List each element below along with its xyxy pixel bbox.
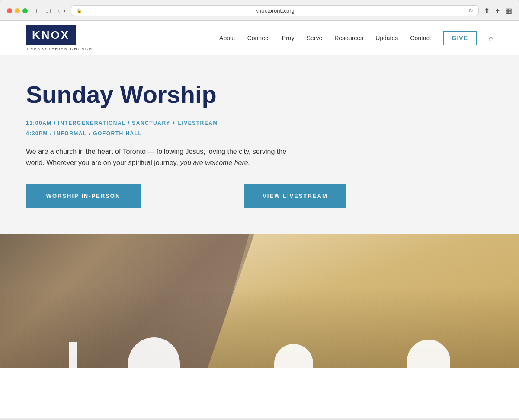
address-bar[interactable]: 🔒 knoxtoronto.org ↻	[71, 5, 479, 16]
nav-about[interactable]: About	[219, 35, 235, 41]
nav-resources[interactable]: Resources	[334, 35, 363, 41]
site-header: KNOX PRESBYTERIAN CHURCH About Connect P…	[0, 21, 519, 55]
bottom-icons	[0, 337, 519, 368]
logo[interactable]: KNOX PRESBYTERIAN CHURCH	[26, 25, 93, 51]
hero-description: We are a church in the heart of Toronto …	[26, 146, 311, 169]
service-time-2: 4:30PM / INFORMAL / GOFORTH HALL	[26, 130, 493, 137]
service-time-1: 11:00AM / INTERGENERATIONAL / SANCTUARY …	[26, 120, 493, 126]
nav-updates[interactable]: Updates	[375, 35, 398, 41]
search-icon[interactable]: ⌕	[489, 34, 493, 42]
nav-serve[interactable]: Serve	[307, 35, 323, 41]
logo-text: KNOX	[32, 29, 70, 42]
hero-desc-italic: you are welcome here.	[180, 159, 250, 166]
traffic-lights	[7, 8, 28, 13]
browser-actions: ⬆ + ▦	[484, 6, 512, 15]
site-nav: About Connect Pray Serve Resources Updat…	[219, 31, 493, 45]
website: KNOX PRESBYTERIAN CHURCH About Connect P…	[0, 21, 519, 418]
forward-button[interactable]: ›	[63, 7, 65, 15]
back-button[interactable]: ‹	[58, 7, 60, 15]
url-text: knoxtoronto.org	[84, 7, 466, 14]
hero-section: Sunday Worship 11:00AM / INTERGENERATION…	[0, 55, 519, 234]
minimize-button[interactable]	[15, 8, 20, 13]
nav-contact[interactable]: Contact	[410, 35, 431, 41]
church-image	[0, 234, 519, 368]
close-button[interactable]	[7, 8, 12, 13]
nav-arrows: ‹ ›	[58, 7, 66, 15]
church-bg	[0, 234, 519, 368]
worship-in-person-button[interactable]: WORSHIP IN-PERSON	[26, 184, 141, 208]
lock-icon: 🔒	[77, 8, 82, 13]
icon-church	[407, 340, 450, 368]
logo-box: KNOX	[26, 25, 76, 45]
browser-chrome: ⌄ ‹ › 🔒 knoxtoronto.org ↻ ⬆ + ▦	[0, 0, 519, 21]
new-tab-button[interactable]: +	[496, 7, 500, 15]
share-button[interactable]: ⬆	[484, 6, 490, 15]
reload-button[interactable]: ↻	[468, 7, 473, 14]
maximize-button[interactable]	[22, 8, 28, 13]
hero-buttons: WORSHIP IN-PERSON VIEW LIVESTREAM	[26, 184, 493, 208]
icon-circle	[128, 337, 180, 368]
sidebar-toggle[interactable]: ⌄	[36, 9, 51, 13]
logo-subtitle: PRESBYTERIAN CHURCH	[26, 47, 93, 51]
view-livestream-button[interactable]: VIEW LIVESTREAM	[244, 184, 346, 208]
icon-bar	[69, 342, 77, 368]
nav-connect[interactable]: Connect	[247, 35, 270, 41]
icon-circle-2	[274, 344, 313, 368]
give-button[interactable]: GIVE	[443, 31, 477, 45]
hero-title: Sunday Worship	[26, 81, 493, 108]
tabs-button[interactable]: ▦	[506, 6, 512, 15]
nav-pray[interactable]: Pray	[282, 35, 295, 41]
